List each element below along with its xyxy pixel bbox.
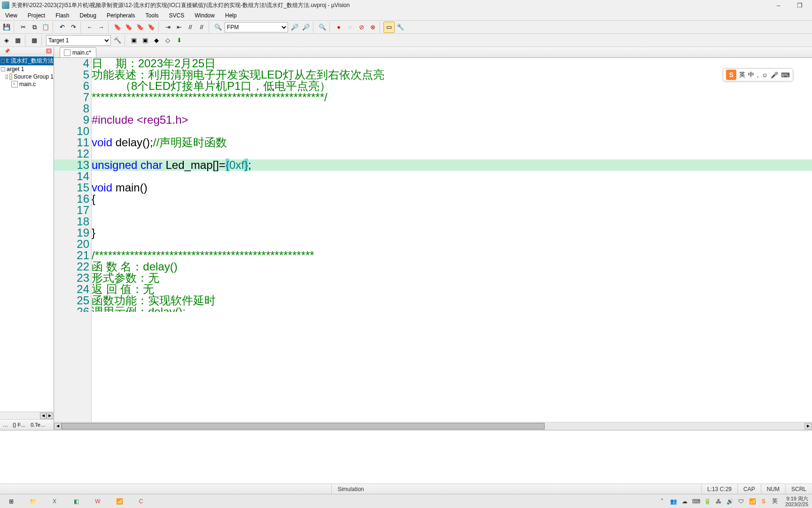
find-combo[interactable]: FPM [225,22,288,32]
collapse-icon[interactable]: - [1,59,5,63]
find-next-icon[interactable]: 🔎 [289,22,300,33]
uncomment-icon[interactable]: // [196,22,207,33]
indent-icon[interactable]: ⇥ [162,22,173,33]
editor-tab-mainc[interactable]: main.c* [60,47,96,57]
ime-item-5[interactable]: ⌨ [781,71,790,79]
redo-icon[interactable]: ↷ [68,22,79,33]
ime-item-3[interactable]: ☺ [762,71,768,79]
output-panel[interactable] [0,429,812,484]
project-tab-1[interactable]: … [1,421,10,429]
tray-keyboard-icon[interactable]: ⌨ [692,498,700,505]
tray-ime-icon[interactable]: 英 [771,498,779,505]
undo-icon[interactable]: ↶ [56,22,68,33]
project-tree[interactable]: - t: 流水灯_数组方法 - arget 1 - Source Group 1… [0,56,54,412]
menu-view[interactable]: View [0,11,23,20]
tray-network-icon[interactable]: 🖧 [715,498,722,505]
tree-project-root[interactable]: - t: 流水灯_数组方法 [0,56,54,65]
breakpoint-insert-icon[interactable]: ● [333,22,344,33]
tray-people-icon[interactable]: 👥 [670,498,677,505]
copy-icon[interactable]: ⧉ [29,22,40,33]
translate-icon[interactable]: ◈ [1,35,12,46]
collapse-icon[interactable]: - [6,75,8,79]
nav-fwd-icon[interactable]: → [95,22,107,33]
maximize-button[interactable]: ❐ [789,0,810,10]
task-wps-icon[interactable]: W [87,495,108,508]
bookmark-prev-icon[interactable]: 🔖 [123,22,134,33]
scroll-right-icon[interactable]: ▶ [47,413,53,419]
tray-up-icon[interactable]: ˄ [658,498,666,505]
ime-item-2[interactable]: , [757,71,759,79]
bookmark-clear-icon[interactable]: 🔖 [146,22,157,33]
debug-start-icon[interactable]: 🔍 [317,22,328,33]
comment-icon[interactable]: // [185,22,196,33]
menu-help[interactable]: Help [220,11,242,20]
close-panel-icon[interactable]: × [46,48,52,54]
project-tab-templates[interactable]: 0.Te… [29,421,47,429]
target-options-icon[interactable]: 🔨 [112,35,123,46]
file-ext-icon[interactable]: ▣ [128,35,140,46]
outdent-icon[interactable]: ⇤ [173,22,185,33]
multi-proj-icon[interactable]: ◆ [151,35,162,46]
ime-item-4[interactable]: 🎤 [771,71,778,79]
bookmark-toggle-icon[interactable]: 🔖 [112,22,123,33]
task-app1-icon[interactable]: ◧ [66,495,86,508]
scroll-left-icon[interactable]: ◀ [40,413,47,419]
tree-source-group[interactable]: - Source Group 1 [0,73,54,80]
find-in-files-icon[interactable]: 🔍 [212,22,224,33]
menu-window[interactable]: Window [189,11,220,20]
menu-debug[interactable]: Debug [75,11,102,20]
taskbar-clock[interactable]: 9:19 周六 2023/2/25 [785,496,808,507]
ime-toolbar[interactable]: S 英 中 , ☺ 🎤 ⌨ [723,68,793,81]
collapse-icon[interactable]: - [1,67,5,71]
download-icon[interactable]: ⬇ [173,35,185,46]
project-hscroll[interactable]: ◀ ▶ [0,412,54,419]
breakpoint-kill-icon[interactable]: ⊘ [356,22,367,33]
rebuild-icon[interactable]: ▦ [29,35,40,46]
tray-wifi-icon[interactable]: 📶 [749,498,756,505]
tray-shield-icon[interactable]: 🛡 [737,498,745,505]
scroll-right-icon[interactable]: ▶ [804,423,812,429]
ime-item-1[interactable]: 中 [748,71,754,79]
tree-file-mainc[interactable]: main.c [0,80,54,88]
configure-icon[interactable]: 🔧 [395,22,406,33]
task-excel-icon[interactable]: X [44,495,65,508]
tray-onedrive-icon[interactable]: ☁ [681,498,688,505]
tree-target[interactable]: - arget 1 [0,65,54,73]
menu-tools[interactable]: Tools [141,11,164,20]
start-button[interactable]: ⊞ [1,495,22,508]
paste-icon[interactable]: 📋 [40,22,51,33]
ime-lang[interactable]: 英 [739,71,745,79]
cut-icon[interactable]: ✂ [17,22,29,33]
breakpoint-killall-icon[interactable]: ⊗ [367,22,378,33]
target-select[interactable]: Target 1 [46,35,111,46]
build-icon[interactable]: ▦ [12,35,23,46]
save-all-icon[interactable]: 💾 [1,22,12,33]
editor-hscroll[interactable]: ◀ ▶ [54,422,812,429]
tray-sogou-icon[interactable]: S [760,498,767,505]
manage-icon[interactable]: ▣ [140,35,151,46]
task-camtasia-icon[interactable]: C [131,495,151,508]
minimize-button[interactable]: – [768,0,789,10]
scroll-left-icon[interactable]: ◀ [54,423,62,429]
nav-back-icon[interactable]: ← [84,22,95,33]
menu-svcs[interactable]: SVCS [164,11,190,20]
scroll-track[interactable] [62,423,804,429]
pin-icon[interactable]: 📌 [3,48,11,54]
task-app2-icon[interactable]: 📶 [109,495,130,508]
menu-peripherals[interactable]: Peripherals [102,11,141,20]
breakpoint-disable-icon[interactable]: ○ [344,22,356,33]
bookmark-next-icon[interactable]: 🔖 [134,22,146,33]
task-explorer-icon[interactable]: 📁 [23,495,43,508]
sogou-logo-icon[interactable]: S [726,70,736,80]
windows-taskbar[interactable]: ⊞ 📁 X ◧ W 📶 C ˄ 👥 ☁ ⌨ 🔋 🖧 🔊 🛡 📶 S 英 9:19… [0,494,812,508]
tray-battery-icon[interactable]: 🔋 [703,498,711,505]
system-tray[interactable]: ˄ 👥 ☁ ⌨ 🔋 🖧 🔊 🛡 📶 S 英 9:19 周六 2023/2/25 [658,496,811,507]
incremental-find-icon[interactable]: 🔎 [300,22,312,33]
tray-volume-icon[interactable]: 🔊 [726,498,734,505]
menu-project[interactable]: Project [23,11,50,20]
menu-flash[interactable]: Flash [50,11,74,20]
window-layout-icon[interactable]: ▭ [383,22,395,33]
scroll-thumb[interactable] [62,423,545,429]
code-editor[interactable]: 4567891011121314151617181920212223242526… [54,58,812,422]
batch-build-icon[interactable]: ◇ [162,35,173,46]
